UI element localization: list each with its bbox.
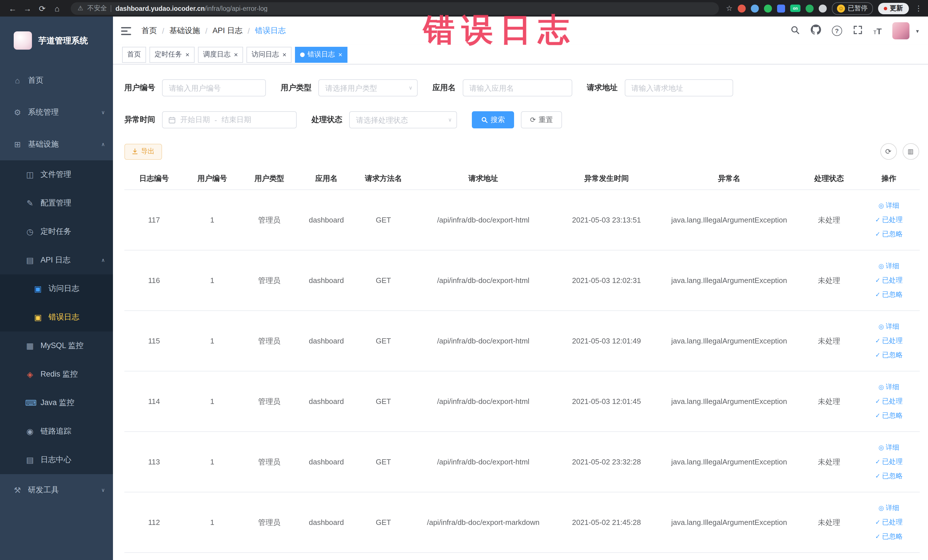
app-name-input[interactable] — [462, 79, 572, 96]
reset-button[interactable]: ⟳ 重置 — [521, 111, 562, 128]
detail-link[interactable]: ◎详细 — [860, 319, 917, 334]
sidebar-item-infrastructure[interactable]: ⊞ 基础设施 ∧ — [0, 128, 113, 160]
close-icon[interactable]: × — [234, 51, 238, 58]
tab-schedule-log[interactable]: 调度日志× — [198, 46, 243, 63]
mark-ignored-link[interactable]: ✓已忽略 — [860, 227, 917, 241]
mark-processed-link[interactable]: ✓已处理 — [860, 394, 917, 409]
export-button[interactable]: 导出 — [124, 143, 162, 159]
error-log-table: 日志编号 用户编号 用户类型 应用名 请求方法名 请求地址 异常发生时间 异常名… — [124, 168, 920, 553]
download-icon — [132, 148, 138, 155]
exception-time-label: 异常时间 — [124, 115, 155, 125]
mark-ignored-link[interactable]: ✓已忽略 — [860, 409, 917, 423]
table-row: 113 1 管理员 dashboard GET /api/infra/db-do… — [124, 432, 920, 492]
github-icon[interactable] — [811, 24, 821, 37]
extension-icon-2[interactable] — [751, 4, 759, 12]
column-settings-button[interactable]: ▥ — [902, 143, 919, 160]
close-icon[interactable]: × — [185, 51, 189, 58]
detail-link[interactable]: ◎详细 — [860, 380, 917, 394]
sidebar-item-dev-tools[interactable]: ⚒ 研发工具 ∨ — [0, 474, 113, 506]
extension-icon-1[interactable] — [738, 4, 746, 12]
extension-icon-4[interactable] — [777, 4, 785, 12]
user-type-select[interactable]: ∨ — [318, 79, 418, 96]
detail-link[interactable]: ◎详细 — [860, 501, 917, 515]
extension-icon-3[interactable] — [764, 4, 772, 12]
sidebar-item-tracing[interactable]: ◉ 链路追踪 — [0, 417, 113, 446]
tab-home[interactable]: 首页 — [122, 46, 146, 63]
detail-link[interactable]: ◎详细 — [860, 198, 917, 213]
fullscreen-icon[interactable] — [853, 25, 863, 37]
profile-paused-chip[interactable]: ☺ 已暂停 — [832, 2, 873, 15]
forward-icon[interactable]: → — [21, 2, 34, 15]
sidebar-item-home[interactable]: ⌂ 首页 — [0, 64, 113, 96]
search-button[interactable]: 搜索 — [472, 111, 514, 128]
mark-processed-link[interactable]: ✓已处理 — [860, 334, 917, 348]
mark-ignored-link[interactable]: ✓已忽略 — [860, 348, 917, 362]
edit-icon: ✎ — [25, 198, 35, 208]
hamburger-icon[interactable] — [121, 26, 131, 35]
chrome-update-button[interactable]: 更新 — [878, 3, 908, 14]
sidebar-item-api-logs[interactable]: ▤ API 日志 ∧ — [0, 246, 113, 275]
breadcrumb-api-logs[interactable]: API 日志 — [212, 26, 243, 36]
bookmark-star-icon[interactable]: ☆ — [726, 4, 733, 12]
breadcrumb-home[interactable]: 首页 — [142, 26, 157, 36]
app-title: 芋道管理系统 — [38, 35, 88, 46]
url-text: dashboard.yudao.iocoder.cn/infra/log/api… — [116, 5, 267, 12]
detail-link[interactable]: ◎详细 — [860, 259, 917, 273]
sidebar-item-log-center[interactable]: ▤ 日志中心 — [0, 446, 113, 474]
exception-time-range-picker[interactable]: 开始日期 - 结束日期 — [162, 111, 297, 128]
table-row: 116 1 管理员 dashboard GET /api/infra/db-do… — [124, 250, 920, 311]
user-avatar[interactable] — [893, 22, 910, 40]
user-id-label: 用户编号 — [124, 83, 155, 93]
sidebar-item-error-log[interactable]: ▣ 错误日志 — [0, 303, 113, 331]
check-icon: ✓ — [875, 288, 881, 302]
request-url-input[interactable] — [624, 79, 733, 96]
sidebar-item-scheduled-jobs[interactable]: ◷ 定时任务 — [0, 217, 113, 246]
detail-link[interactable]: ◎详细 — [860, 441, 917, 455]
api-log-icon: ▤ — [25, 256, 35, 265]
mark-processed-link[interactable]: ✓已处理 — [860, 213, 917, 227]
tab-scheduled-jobs[interactable]: 定时任务× — [150, 46, 195, 63]
extension-icon-6[interactable] — [806, 4, 814, 12]
sidebar-item-mysql-monitor[interactable]: ▦ MySQL 监控 — [0, 331, 113, 360]
extension-icon-5[interactable]: on — [790, 5, 800, 12]
reload-icon[interactable]: ⟳ — [35, 2, 49, 15]
browser-menu-icon[interactable]: ⋮ — [915, 4, 922, 12]
sidebar-item-redis-monitor[interactable]: ◈ Redis 监控 — [0, 360, 113, 389]
mark-ignored-link[interactable]: ✓已忽略 — [860, 529, 917, 544]
refresh-icon: ⟳ — [530, 116, 536, 124]
mark-processed-link[interactable]: ✓已处理 — [860, 455, 917, 469]
close-icon[interactable]: × — [338, 51, 342, 58]
address-bar[interactable]: ⚠ 不安全 dashboard.yudao.iocoder.cn/infra/l… — [71, 2, 719, 15]
extension-icon-7[interactable] — [819, 4, 827, 12]
sidebar-item-access-log[interactable]: ▣ 访问日志 — [0, 275, 113, 303]
eye-icon: ◎ — [878, 259, 884, 273]
mark-processed-link[interactable]: ✓已处理 — [860, 273, 917, 288]
user-id-input[interactable] — [162, 79, 266, 96]
mark-processed-link[interactable]: ✓已处理 — [860, 515, 917, 529]
column-header: 用户编号 — [184, 168, 241, 190]
browser-toolbar: ← → ⟳ ⌂ ⚠ 不安全 dashboard.yudao.iocoder.cn… — [0, 0, 928, 17]
clock-icon: ◷ — [25, 227, 35, 236]
process-status-select[interactable]: ∨ — [349, 111, 457, 128]
close-icon[interactable]: × — [282, 51, 286, 58]
refresh-table-button[interactable]: ⟳ — [880, 143, 897, 160]
avatar-caret-icon[interactable]: ▾ — [916, 27, 919, 34]
tab-access-log[interactable]: 访问日志× — [246, 46, 292, 63]
back-icon[interactable]: ← — [6, 2, 20, 15]
process-status-label: 处理状态 — [311, 115, 342, 125]
chevron-up-icon: ∧ — [101, 257, 105, 263]
breadcrumb-infrastructure[interactable]: 基础设施 — [169, 26, 200, 36]
tab-error-log[interactable]: 错误日志× — [295, 46, 348, 63]
sidebar-item-java-monitor[interactable]: ⌨ Java 监控 — [0, 389, 113, 417]
java-icon: ⌨ — [25, 398, 35, 407]
mark-ignored-link[interactable]: ✓已忽略 — [860, 469, 917, 483]
gear-icon: ⚙ — [12, 108, 22, 117]
sidebar-item-file-management[interactable]: ◫ 文件管理 — [0, 160, 113, 189]
home-nav-icon[interactable]: ⌂ — [50, 2, 64, 15]
sidebar-item-system-management[interactable]: ⚙ 系统管理 ∨ — [0, 96, 113, 128]
sidebar-item-config-management[interactable]: ✎ 配置管理 — [0, 189, 113, 217]
search-icon[interactable] — [790, 25, 800, 37]
mark-ignored-link[interactable]: ✓已忽略 — [860, 288, 917, 302]
font-size-icon[interactable]: тT — [873, 26, 882, 36]
help-icon[interactable]: ? — [832, 26, 842, 36]
